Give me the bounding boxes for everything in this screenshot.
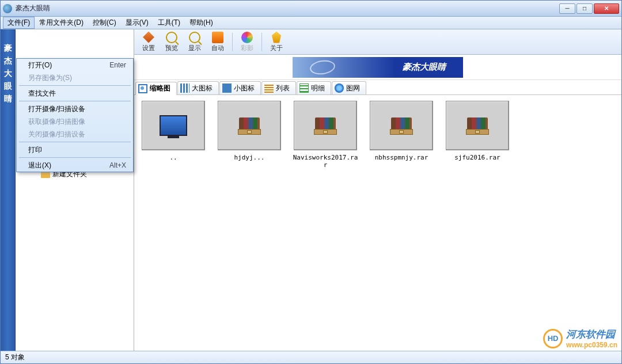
file-item-parent[interactable]: ..	[140, 101, 207, 161]
rar-icon	[466, 114, 489, 137]
title-bar: 豪杰大眼睛	[1, 1, 621, 17]
content-pane: 设置 预览 显示 自动 彩影	[134, 29, 621, 351]
menu-close-camera-scanner: 关闭摄像/扫描设备	[17, 128, 133, 141]
body-area: 豪 杰 大 眼 睛 + 库 + 网络	[1, 29, 621, 351]
tab-large-icon[interactable]: 大图标	[177, 81, 219, 94]
maximize-button[interactable]	[577, 3, 593, 14]
sidebar-tab[interactable]: 豪 杰 大 眼 睛	[1, 29, 16, 351]
toolbar: 设置 预览 显示 自动 彩影	[134, 29, 621, 55]
tool-display[interactable]: 显示	[184, 31, 206, 54]
file-grid: .. hjdyj... Navisworks2017.rar nbhsspmnj…	[134, 95, 621, 351]
detail-icon	[299, 84, 309, 93]
menu-bar: 文件(F) 常用文件夹(D) 控制(C) 显示(V) 工具(T) 帮助(H)	[1, 17, 621, 29]
file-item[interactable]: Navisworks2017.rar	[292, 101, 359, 169]
app-window: 豪杰大眼睛 文件(F) 常用文件夹(D) 控制(C) 显示(V) 工具(T) 帮…	[0, 0, 622, 364]
tool-about[interactable]: 关于	[266, 31, 287, 54]
thumbnail-icon	[138, 84, 147, 93]
about-icon	[271, 32, 282, 43]
tab-detail[interactable]: 明细	[297, 81, 331, 94]
toolbar-separator	[232, 33, 233, 51]
rar-icon	[390, 114, 413, 137]
banner: 豪杰大眼睛	[134, 55, 621, 80]
settings-icon	[143, 32, 154, 43]
tool-colorshadow[interactable]: 彩影	[236, 31, 258, 54]
app-icon	[3, 4, 12, 13]
status-bar: 5 对象	[1, 351, 621, 363]
file-item[interactable]: sjfu2016.rar	[444, 101, 511, 161]
menu-separator	[19, 142, 131, 142]
window-title: 豪杰大眼睛	[16, 3, 559, 13]
tool-auto[interactable]: 自动	[207, 31, 229, 54]
large-icon-icon	[180, 84, 189, 93]
web-icon	[335, 84, 344, 93]
desktop-icon	[160, 115, 187, 136]
menu-open-camera-scanner[interactable]: 打开摄像/扫描设备	[17, 103, 133, 115]
menu-capture-image: 获取摄像/扫描图像	[17, 115, 133, 128]
file-item[interactable]: hjdyj...	[216, 101, 283, 161]
rar-icon	[238, 114, 261, 137]
menu-find-file[interactable]: 查找文件	[17, 87, 133, 100]
file-menu-dropdown: 打开(O)Enter 另存图像为(S) 查找文件 打开摄像/扫描设备 获取摄像/…	[16, 58, 134, 172]
menu-control[interactable]: 控制(C)	[88, 17, 121, 29]
window-buttons	[559, 3, 619, 14]
menu-open[interactable]: 打开(O)Enter	[17, 59, 133, 71]
close-button[interactable]	[594, 3, 619, 14]
menu-folders[interactable]: 常用文件夹(D)	[35, 17, 88, 29]
file-item[interactable]: nbhsspmnjy.rar	[368, 101, 435, 161]
menu-help[interactable]: 帮助(H)	[185, 17, 218, 29]
menu-file[interactable]: 文件(F)	[3, 17, 35, 29]
tab-small-icon[interactable]: 小图标	[219, 81, 261, 94]
tool-preview[interactable]: 预览	[161, 31, 183, 54]
tool-settings[interactable]: 设置	[138, 31, 160, 54]
status-text: 5 对象	[5, 352, 25, 362]
menu-print[interactable]: 打印	[17, 143, 133, 156]
magnifier-icon	[189, 32, 200, 43]
tab-web[interactable]: 图网	[332, 81, 366, 94]
banner-image: 豪杰大眼睛	[293, 57, 463, 78]
tab-thumbnail[interactable]: 缩略图	[135, 82, 177, 95]
list-icon	[264, 84, 274, 93]
minimize-button[interactable]	[559, 3, 575, 14]
menu-display[interactable]: 显示(V)	[121, 17, 153, 29]
toolbar-separator	[261, 33, 262, 51]
magnifier-icon	[166, 32, 177, 43]
menu-tools[interactable]: 工具(T)	[153, 17, 185, 29]
rar-icon	[314, 114, 337, 137]
auto-icon	[212, 32, 223, 43]
small-icon-icon	[222, 84, 232, 93]
tab-list[interactable]: 列表	[261, 81, 296, 94]
menu-save-image-as: 另存图像为(S)	[17, 71, 133, 84]
color-icon	[241, 32, 253, 43]
menu-exit[interactable]: 退出(X)Alt+X	[17, 159, 133, 172]
menu-separator	[19, 157, 131, 158]
menu-separator	[19, 85, 131, 86]
view-tabs: 缩略图 大图标 小图标 列表 明细 图网	[134, 80, 621, 95]
menu-separator	[19, 101, 131, 101]
